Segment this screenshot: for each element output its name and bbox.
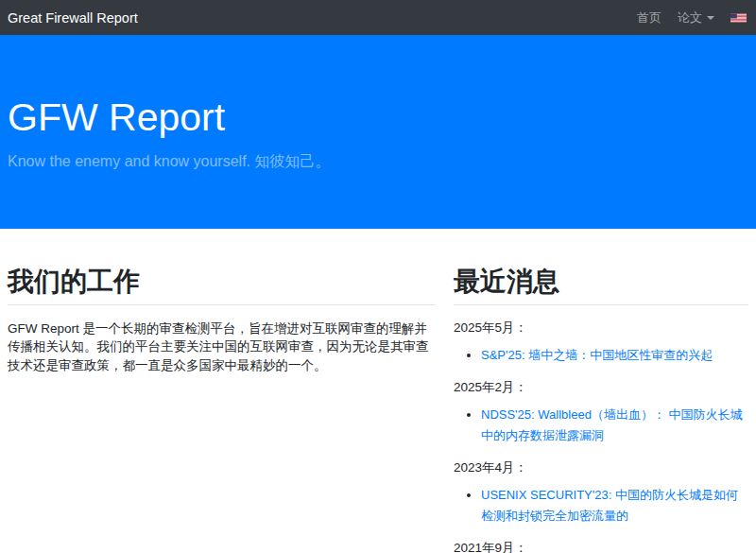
- brand-link[interactable]: Great Firewall Report: [8, 10, 138, 26]
- news-date-label: 2021年9月：: [454, 540, 748, 553]
- news-list: NDSS'25: Wallbleed（墙出血）： 中国防火长城中的内存数据泄露漏…: [454, 405, 748, 446]
- news-list: S&P'25: 墙中之墙：中国地区性审查的兴起: [454, 345, 748, 366]
- news-link[interactable]: NDSS'25: Wallbleed（墙出血）： 中国防火长城中的内存数据泄露漏…: [481, 407, 743, 442]
- about-heading: 我们的工作: [8, 266, 435, 298]
- list-item: USENIX SECURITY'23: 中国的防火长城是如何检测和封锁完全加密流…: [481, 485, 748, 527]
- divider: [8, 304, 435, 305]
- nav-item-home[interactable]: 首页: [637, 9, 662, 26]
- chevron-down-icon: [707, 16, 714, 20]
- language-switch-button[interactable]: [730, 12, 747, 24]
- hero-banner: GFW Report Know the enemy and know yours…: [0, 35, 756, 229]
- us-flag-icon: [730, 12, 747, 24]
- main-content: 我们的工作 GFW Report 是一个长期的审查检测平台，旨在增进对互联网审查…: [0, 266, 756, 553]
- news-link[interactable]: USENIX SECURITY'23: 中国的防火长城是如何检测和封锁完全加密流…: [481, 488, 738, 523]
- about-section: 我们的工作 GFW Report 是一个长期的审查检测平台，旨在增进对互联网审查…: [8, 266, 435, 553]
- page-title: GFW Report: [8, 97, 748, 138]
- news-link[interactable]: S&P'25: 墙中之墙：中国地区性审查的兴起: [481, 348, 713, 362]
- news-date-label: 2025年2月：: [454, 379, 748, 396]
- news-list: USENIX SECURITY'23: 中国的防火长城是如何检测和封锁完全加密流…: [454, 485, 748, 527]
- about-text: GFW Report 是一个长期的审查检测平台，旨在增进对互联网审查的理解并传播…: [8, 320, 435, 375]
- navbar-menu: 首页 论文: [637, 9, 747, 26]
- nav-item-papers-label: 论文: [678, 9, 702, 26]
- page-subtitle: Know the enemy and know yourself. 知彼知己。: [8, 152, 748, 172]
- news-date-label: 2025年5月：: [454, 320, 748, 337]
- news-section: 最近消息 2025年5月： S&P'25: 墙中之墙：中国地区性审查的兴起 20…: [454, 266, 748, 553]
- divider: [454, 304, 748, 305]
- news-heading: 最近消息: [454, 266, 748, 298]
- news-date-label: 2023年4月：: [454, 459, 748, 476]
- nav-item-papers-dropdown[interactable]: 论文: [678, 9, 714, 26]
- navbar: Great Firewall Report 首页 论文: [0, 0, 756, 35]
- list-item: NDSS'25: Wallbleed（墙出血）： 中国防火长城中的内存数据泄露漏…: [481, 405, 748, 446]
- list-item: S&P'25: 墙中之墙：中国地区性审查的兴起: [481, 345, 748, 366]
